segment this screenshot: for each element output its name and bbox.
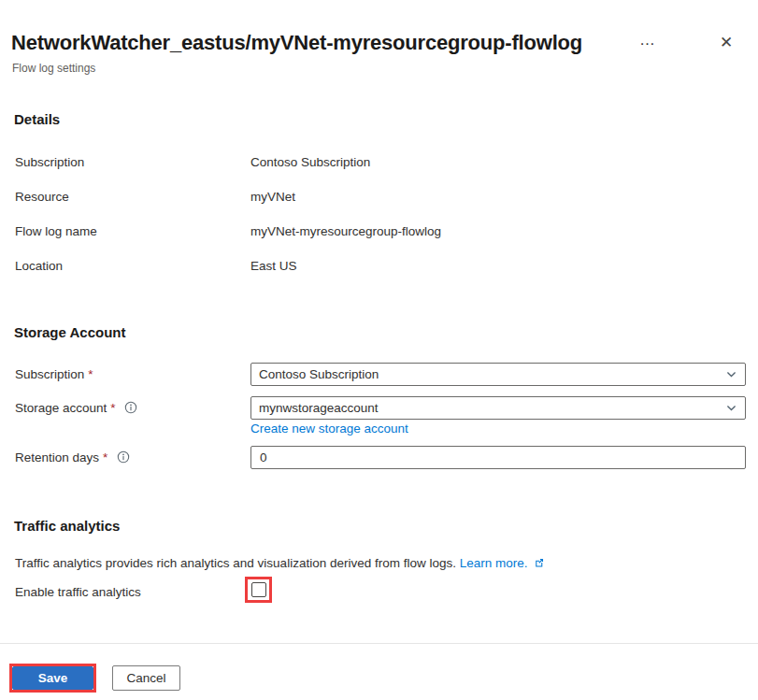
detail-value-location: East US — [250, 259, 297, 273]
flow-log-settings-panel: NetworkWatcher_eastus/myVNet-myresourceg… — [0, 0, 758, 700]
cancel-button[interactable]: Cancel — [112, 665, 180, 691]
save-button[interactable]: Save — [12, 666, 93, 690]
annotation-highlight — [245, 577, 272, 603]
page-subtitle: Flow log settings — [12, 62, 95, 75]
required-asterisk: * — [110, 401, 115, 415]
chevron-down-icon — [725, 368, 737, 380]
storage-account-select[interactable]: mynwstorageaccount — [250, 396, 746, 420]
required-asterisk: * — [88, 367, 93, 381]
storage-account-select-value: mynwstorageaccount — [259, 401, 725, 415]
subscription-field-label: Subscription* — [15, 367, 93, 381]
page-title: NetworkWatcher_eastus/myVNet-myresourceg… — [11, 31, 582, 55]
subscription-select[interactable]: Contoso Subscription — [250, 363, 746, 386]
storage-account-heading: Storage Account — [14, 324, 125, 340]
subscription-field-label-text: Subscription — [15, 367, 84, 381]
traffic-analytics-description-text: Traffic analytics provides rich analytic… — [15, 556, 456, 570]
chevron-down-icon — [725, 402, 737, 414]
create-new-storage-account-link[interactable]: Create new storage account — [250, 421, 408, 436]
retention-days-input[interactable] — [250, 446, 746, 469]
traffic-analytics-description: Traffic analytics provides rich analytic… — [15, 556, 545, 570]
footer-divider — [0, 643, 758, 644]
more-options-button[interactable]: … — [639, 31, 656, 50]
storage-account-field-label-text: Storage account — [15, 401, 107, 415]
retention-days-field-label: Retention days* — [15, 450, 130, 464]
annotation-highlight: Save — [9, 664, 96, 693]
detail-label-location: Location — [15, 259, 63, 273]
enable-traffic-analytics-label: Enable traffic analytics — [15, 585, 141, 599]
detail-label-resource: Resource — [15, 190, 69, 204]
retention-days-field-label-text: Retention days — [15, 450, 99, 464]
enable-traffic-analytics-checkbox[interactable] — [251, 582, 266, 597]
storage-account-field-label: Storage account* — [15, 401, 137, 415]
required-asterisk: * — [103, 450, 107, 464]
traffic-analytics-heading: Traffic analytics — [14, 518, 120, 534]
detail-value-flow-log-name: myVNet-myresourcegroup-flowlog — [250, 224, 441, 238]
detail-label-flow-log-name: Flow log name — [15, 224, 97, 238]
detail-value-subscription: Contoso Subscription — [250, 155, 370, 169]
detail-value-resource: myVNet — [250, 190, 295, 204]
close-icon[interactable]: ✕ — [720, 33, 733, 52]
external-link-icon[interactable] — [534, 557, 545, 568]
info-icon[interactable] — [117, 450, 130, 464]
learn-more-link[interactable]: Learn more. — [460, 556, 528, 570]
info-icon[interactable] — [124, 401, 137, 414]
subscription-select-value: Contoso Subscription — [259, 367, 725, 381]
detail-label-subscription: Subscription — [15, 155, 84, 169]
details-heading: Details — [14, 111, 60, 127]
